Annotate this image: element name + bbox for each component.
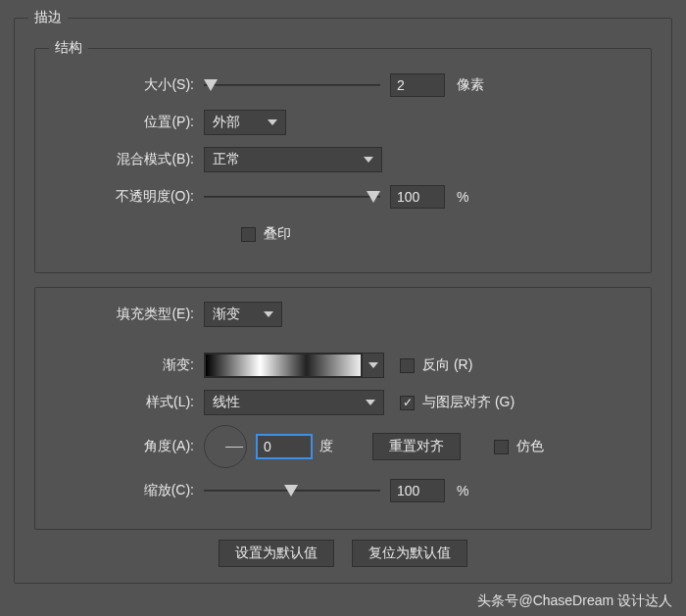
size-label: 大小(S): <box>47 76 204 94</box>
position-row: 位置(P): 外部 <box>47 108 639 137</box>
slider-track <box>204 196 380 198</box>
size-unit: 像素 <box>457 76 484 94</box>
style-label: 样式(L): <box>47 394 204 411</box>
size-row: 大小(S): 像素 <box>47 71 639 100</box>
align-checkbox[interactable] <box>400 396 415 410</box>
chevron-down-icon <box>364 157 373 163</box>
size-slider[interactable] <box>204 75 380 95</box>
style-row: 样式(L): 线性 与图层对齐 (G) <box>47 388 639 417</box>
gradient-dropdown-button[interactable] <box>362 354 383 377</box>
slider-thumb-icon[interactable] <box>204 79 218 91</box>
scale-input[interactable] <box>390 479 445 502</box>
gradient-picker[interactable] <box>204 353 384 378</box>
reset-align-label: 重置对齐 <box>389 438 444 455</box>
fill-group: 填充类型(E): 渐变 渐变: 反向 (R) 样式(L): 线性 <box>34 287 652 530</box>
opacity-label: 不透明度(O): <box>47 188 204 206</box>
fill-type-select[interactable]: 渐变 <box>204 302 282 327</box>
position-select[interactable]: 外部 <box>204 110 286 135</box>
angle-input[interactable] <box>257 435 312 458</box>
opacity-unit: % <box>457 189 468 205</box>
reset-default-label: 复位为默认值 <box>368 545 451 562</box>
dither-checkbox[interactable] <box>494 440 509 454</box>
scale-slider[interactable] <box>204 481 380 500</box>
set-default-label: 设置为默认值 <box>235 545 318 562</box>
chevron-down-icon <box>368 362 378 368</box>
blend-row: 混合模式(B): 正常 <box>47 145 639 174</box>
slider-track <box>204 84 380 86</box>
overprint-row: 叠印 <box>47 219 639 249</box>
scale-row: 缩放(C): % <box>47 476 639 505</box>
gradient-label: 渐变: <box>47 356 204 374</box>
gradient-row: 渐变: 反向 (R) <box>47 351 639 380</box>
set-default-button[interactable]: 设置为默认值 <box>219 540 334 567</box>
align-label: 与图层对齐 (G) <box>422 394 514 411</box>
scale-unit: % <box>457 483 468 498</box>
gradient-preview[interactable] <box>205 354 362 377</box>
chevron-down-icon <box>264 311 273 317</box>
blend-value: 正常 <box>213 151 240 168</box>
position-label: 位置(P): <box>47 114 204 131</box>
angle-row: 角度(A): 度 重置对齐 仿色 <box>47 425 639 468</box>
overprint-checkbox[interactable] <box>241 227 256 242</box>
fill-type-label: 填充类型(E): <box>47 306 204 323</box>
reset-default-button[interactable]: 复位为默认值 <box>352 540 467 567</box>
reverse-checkbox[interactable] <box>400 358 415 373</box>
slider-thumb-icon[interactable] <box>284 485 298 497</box>
position-value: 外部 <box>213 114 240 131</box>
stroke-panel-title: 描边 <box>28 9 68 26</box>
structure-title: 结构 <box>49 39 88 57</box>
watermark-text: 头条号@ChaseDream 设计达人 <box>477 592 672 610</box>
opacity-input[interactable] <box>390 185 445 209</box>
size-input[interactable] <box>390 73 445 97</box>
angle-unit: 度 <box>319 438 333 455</box>
style-select[interactable]: 线性 <box>204 390 384 415</box>
opacity-slider[interactable] <box>204 187 380 207</box>
reset-align-button[interactable]: 重置对齐 <box>372 433 461 460</box>
structure-group: 结构 大小(S): 像素 位置(P): 外部 混合模式(B): 正常 <box>34 48 652 273</box>
style-value: 线性 <box>213 394 240 411</box>
reverse-label: 反向 (R) <box>422 356 472 374</box>
angle-dial[interactable] <box>204 425 247 468</box>
opacity-row: 不透明度(O): % <box>47 182 639 212</box>
fill-type-row: 填充类型(E): 渐变 <box>47 300 639 329</box>
chevron-down-icon <box>268 119 277 125</box>
dither-label: 仿色 <box>516 438 544 455</box>
overprint-label: 叠印 <box>264 225 291 243</box>
fill-type-value: 渐变 <box>213 306 240 323</box>
blend-mode-select[interactable]: 正常 <box>204 147 382 172</box>
slider-thumb-icon[interactable] <box>367 191 380 203</box>
blend-label: 混合模式(B): <box>47 151 204 168</box>
scale-label: 缩放(C): <box>47 482 204 499</box>
stroke-panel: 描边 结构 大小(S): 像素 位置(P): 外部 混合模式(B): 正常 <box>14 18 672 584</box>
angle-label: 角度(A): <box>47 438 204 455</box>
default-buttons-row: 设置为默认值 复位为默认值 <box>15 540 671 567</box>
chevron-down-icon <box>366 400 375 405</box>
